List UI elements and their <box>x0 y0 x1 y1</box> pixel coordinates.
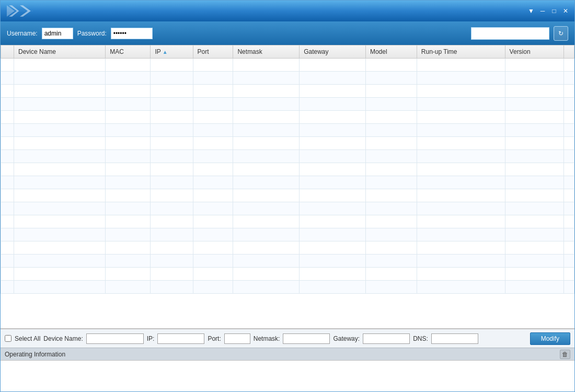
table-row <box>1 281 574 294</box>
table-row <box>1 137 574 150</box>
table-row <box>1 255 574 268</box>
col-model[interactable]: Model <box>365 45 417 59</box>
netmask-form-label: Netmask: <box>254 335 280 342</box>
port-form-input[interactable] <box>224 333 250 344</box>
gateway-form-label: Gateway: <box>333 335 360 342</box>
device-table: Device Name MAC IP ▲ Port <box>1 45 574 294</box>
refresh-button[interactable]: ↻ <box>554 26 568 41</box>
table-row <box>1 268 574 281</box>
toolbar: Username: Password: ↻ <box>1 21 574 45</box>
ip-sort-icon: ▲ <box>163 49 168 55</box>
device-name-form-input[interactable] <box>86 333 144 344</box>
netmask-form-input[interactable] <box>283 333 330 344</box>
app-window: ▼ ─ □ ✕ Username: Password: ↻ <box>0 0 575 392</box>
table-row <box>1 176 574 189</box>
app-logo <box>7 5 33 18</box>
table-row <box>1 189 574 202</box>
select-all-checkbox[interactable] <box>5 335 12 342</box>
delete-icon: 🗑 <box>562 351 568 358</box>
gateway-form-input[interactable] <box>363 333 410 344</box>
operating-info-content <box>1 360 574 391</box>
table-header-row: Device Name MAC IP ▲ Port <box>1 45 574 59</box>
col-device-name[interactable]: Device Name <box>14 45 106 59</box>
main-content: Device Name MAC IP ▲ Port <box>1 45 574 391</box>
port-form-label: Port: <box>208 335 221 342</box>
select-all-label: Select All <box>15 335 40 342</box>
col-netmask[interactable]: Netmask <box>233 45 300 59</box>
minimize-btn[interactable]: ─ <box>538 6 547 16</box>
search-input[interactable] <box>471 27 549 40</box>
table-row <box>1 111 574 124</box>
col-version[interactable]: Version <box>505 45 564 59</box>
device-table-container[interactable]: Device Name MAC IP ▲ Port <box>1 45 574 329</box>
col-ip[interactable]: IP ▲ <box>151 45 193 59</box>
table-row <box>1 228 574 241</box>
ip-form-label: IP: <box>147 335 155 342</box>
col-gateway[interactable]: Gateway <box>300 45 366 59</box>
table-row <box>1 59 574 72</box>
refresh-icon: ↻ <box>558 30 564 37</box>
table-row <box>1 98 574 111</box>
table-row <box>1 85 574 98</box>
maximize-btn[interactable]: □ <box>549 6 559 16</box>
table-row <box>1 163 574 176</box>
table-row <box>1 72 574 85</box>
password-input[interactable] <box>111 28 153 39</box>
filter-btn[interactable]: ▼ <box>526 6 536 16</box>
dns-form-input[interactable] <box>431 333 478 344</box>
table-row <box>1 215 574 228</box>
bottom-form: Select All Device Name: IP: Port: Netmas… <box>1 329 574 348</box>
device-name-form-label: Device Name: <box>43 335 83 342</box>
password-label: Password: <box>77 30 107 37</box>
col-checkbox <box>1 45 14 59</box>
col-run-up-time[interactable]: Run-up Time <box>417 45 505 59</box>
operating-info-delete-button[interactable]: 🗑 <box>560 350 570 359</box>
minimize-icon: ─ <box>540 7 545 15</box>
operating-info-bar: Operating Information 🗑 <box>1 348 574 360</box>
operating-info-label: Operating Information <box>5 351 560 358</box>
close-icon: ✕ <box>563 7 568 15</box>
table-row <box>1 202 574 215</box>
dns-form-label: DNS: <box>413 335 428 342</box>
table-row <box>1 124 574 137</box>
col-mac[interactable]: MAC <box>106 45 151 59</box>
username-input[interactable] <box>42 28 73 39</box>
ip-form-input[interactable] <box>157 333 204 344</box>
modify-button[interactable]: Modify <box>530 332 570 345</box>
table-row <box>1 150 574 163</box>
filter-icon: ▼ <box>528 7 534 15</box>
col-extra <box>564 45 574 59</box>
title-bar: ▼ ─ □ ✕ <box>1 1 574 21</box>
col-port[interactable]: Port <box>193 45 233 59</box>
table-row <box>1 241 574 255</box>
username-label: Username: <box>7 30 38 37</box>
close-btn[interactable]: ✕ <box>561 6 570 16</box>
maximize-icon: □ <box>552 7 556 15</box>
